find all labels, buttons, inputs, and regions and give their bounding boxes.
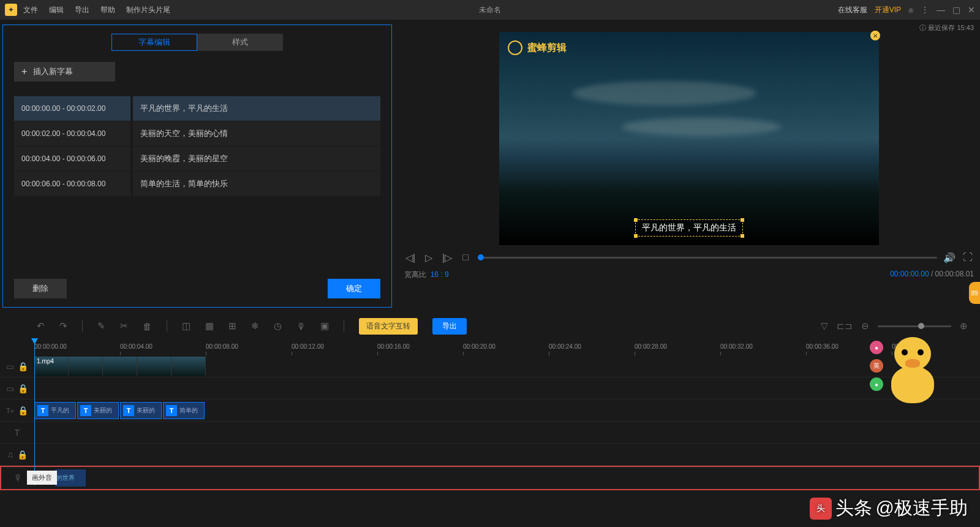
- video-clip[interactable]: 1.mp4: [34, 357, 206, 376]
- video-track[interactable]: ▭🔒 1.mp4: [0, 355, 980, 377]
- confirm-button[interactable]: 确定: [328, 279, 380, 298]
- crop-icon[interactable]: ◫: [182, 320, 190, 332]
- menu-export[interactable]: 导出: [75, 5, 89, 15]
- subtitle-text: 简单的生活，简单的快乐: [133, 172, 380, 196]
- pen-icon[interactable]: ✎: [97, 320, 105, 332]
- duck-mascot: ● 英 ●: [882, 337, 943, 417]
- video-track-icon: ▭: [6, 362, 14, 371]
- zoom-in-icon[interactable]: ⊕: [960, 320, 968, 332]
- title-bar: ✦ 文件 编辑 导出 帮助 制作片头片尾 未命名 在线客服 开通VIP ⍟ ⋮ …: [0, 0, 980, 20]
- subtitle-time: 00:00:04.00 - 00:00:06.00: [14, 146, 130, 171]
- preview-area: 蜜蜂剪辑 ✕ 平凡的世界，平凡的生活 ◁| ▷ |▷ □ 🔊 ⛶ 宽高比 16 …: [404, 25, 974, 308]
- voice-clip[interactable]: 的世界: [55, 469, 86, 487]
- time-separator: /: [931, 270, 933, 278]
- subtitle-time: 00:00:02.00 - 00:00:04.00: [14, 121, 130, 146]
- subtitle-row[interactable]: 00:00:02.00 - 00:00:04.00 美丽的天空，美丽的心情: [14, 121, 380, 146]
- app-logo-icon: ✦: [5, 4, 17, 16]
- online-service-link[interactable]: 在线客服: [838, 5, 867, 15]
- edit-toolbar: ↶ ↷ ✎ ✂ 🗑 ◫ ▦ ⊞ ❄ ◷ 🎙 ▣ 语音文字互转 导出 ▽ ⊏⊐ ⊖…: [0, 314, 980, 338]
- fit-icon[interactable]: ⊏⊐: [837, 320, 853, 332]
- fullscreen-icon[interactable]: ⛶: [962, 251, 974, 264]
- subtitle-row[interactable]: 00:00:00.00 - 00:00:02.00 平凡的世界，平凡的生活: [14, 96, 380, 121]
- prev-frame-icon[interactable]: ◁|: [404, 251, 417, 264]
- split-icon[interactable]: ⊞: [228, 320, 236, 332]
- more-icon[interactable]: ⋮: [921, 5, 929, 15]
- user-icon[interactable]: ⍟: [908, 5, 913, 15]
- tab-subtitle-edit[interactable]: 字幕编辑: [111, 34, 197, 51]
- voiceover-track[interactable]: 🎙 画外音 的世界: [0, 466, 980, 490]
- vip-link[interactable]: 开通VIP: [875, 5, 901, 15]
- trash-icon[interactable]: 🗑: [143, 321, 152, 332]
- menu-edit[interactable]: 编辑: [49, 5, 64, 15]
- time-total: 00:00:08.01: [935, 270, 974, 278]
- subtitle-text: 美丽的晚霞，美丽的星空: [133, 146, 380, 171]
- pip-track[interactable]: ▭🔒: [0, 377, 980, 400]
- lock-icon[interactable]: 🔒: [18, 384, 28, 393]
- pip-track-icon: ▭: [6, 384, 14, 393]
- plus-icon: +: [21, 66, 27, 77]
- progress-thumb[interactable]: [478, 254, 484, 260]
- subtitle-editor-panel: 字幕编辑 样式 + 插入新字幕 00:00:00.00 - 00:00:02.0…: [2, 25, 392, 308]
- text-track-icon: T»: [6, 407, 14, 414]
- subtitle-time: 00:00:00.00 - 00:00:02.00: [14, 96, 130, 121]
- music-track-icon: ♫: [7, 450, 13, 460]
- subtitle-row[interactable]: 00:00:06.00 - 00:00:08.00 简单的生活，简单的快乐: [14, 172, 380, 196]
- video-preview[interactable]: 蜜蜂剪辑 ✕ 平凡的世界，平凡的生活: [499, 32, 879, 245]
- mic-icon[interactable]: 🎙: [296, 321, 306, 332]
- minimize-icon[interactable]: —: [937, 5, 945, 15]
- lock-icon[interactable]: 🔒: [18, 406, 28, 415]
- text-clip[interactable]: T简单的: [163, 402, 205, 419]
- stop-icon[interactable]: □: [459, 251, 472, 264]
- lock-icon[interactable]: 🔒: [17, 450, 28, 460]
- playhead[interactable]: [34, 338, 35, 485]
- preview-brand: 蜜蜂剪辑: [508, 40, 567, 55]
- volume-icon[interactable]: 🔊: [943, 251, 956, 264]
- mosaic-icon[interactable]: ▦: [205, 320, 214, 332]
- duration-icon[interactable]: ◷: [274, 320, 282, 332]
- undo-icon[interactable]: ↶: [37, 320, 45, 332]
- close-icon[interactable]: ✕: [968, 5, 975, 15]
- menu-help[interactable]: 帮助: [100, 5, 115, 15]
- marker-icon[interactable]: ▽: [821, 320, 828, 332]
- subtitle-row[interactable]: 00:00:04.00 - 00:00:06.00 美丽的晚霞，美丽的星空: [14, 146, 380, 171]
- subtitle-text: 平凡的世界，平凡的生活: [133, 96, 380, 121]
- side-badge[interactable]: 89: [969, 282, 980, 304]
- tab-style[interactable]: 样式: [197, 34, 283, 51]
- freeze-icon[interactable]: ❄: [251, 320, 259, 332]
- last-saved: ⓘ 最近保存 15:43: [919, 23, 974, 32]
- menu-intro-outro[interactable]: 制作片头片尾: [126, 5, 170, 15]
- aspect-value[interactable]: 16 : 9: [431, 270, 449, 279]
- progress-bar[interactable]: [478, 257, 937, 259]
- text-clip[interactable]: T美丽的: [77, 402, 119, 419]
- text-clip[interactable]: T美丽的: [120, 402, 162, 419]
- maximize-icon[interactable]: ▢: [952, 5, 960, 15]
- toutiao-icon: 头: [810, 498, 832, 520]
- cut-icon[interactable]: ✂: [120, 320, 128, 332]
- voice-text-convert-button[interactable]: 语音文字互转: [359, 318, 418, 335]
- zoom-out-icon[interactable]: ⊖: [861, 320, 869, 332]
- preview-close-icon[interactable]: ✕: [870, 31, 880, 40]
- zoom-slider[interactable]: [878, 325, 951, 327]
- text-track-icon: T: [15, 428, 20, 438]
- record-icon[interactable]: ▣: [320, 320, 329, 332]
- time-ruler[interactable]: 00:00:00.00 00:00:04.00 00:00:08.00 00:0…: [34, 342, 980, 355]
- timeline: 00:00:00.00 00:00:04.00 00:00:08.00 00:0…: [0, 338, 980, 490]
- next-frame-icon[interactable]: |▷: [441, 251, 453, 264]
- delete-button[interactable]: 删除: [14, 279, 67, 298]
- aspect-label: 宽高比: [404, 270, 426, 279]
- player-controls: ◁| ▷ |▷ □ 🔊 ⛶: [404, 245, 974, 270]
- menu-file[interactable]: 文件: [23, 5, 38, 15]
- redo-icon[interactable]: ↷: [59, 320, 67, 332]
- lock-icon[interactable]: 🔒: [18, 362, 28, 371]
- subtitle-text: 美丽的天空，美丽的心情: [133, 121, 380, 146]
- text-clip[interactable]: T平凡的: [34, 402, 76, 419]
- document-title: 未命名: [479, 5, 501, 15]
- text-track-2[interactable]: T: [0, 422, 980, 444]
- export-button[interactable]: 导出: [432, 318, 467, 335]
- voiceover-tooltip: 画外音: [27, 471, 57, 485]
- audio-track[interactable]: ♫🔒: [0, 444, 980, 466]
- text-track[interactable]: T»🔒 T平凡的 T美丽的 T美丽的 T简单的: [0, 400, 980, 422]
- insert-subtitle-button[interactable]: + 插入新字幕: [14, 62, 115, 82]
- subtitle-overlay[interactable]: 平凡的世界，平凡的生活: [635, 219, 743, 237]
- play-icon[interactable]: ▷: [423, 251, 435, 264]
